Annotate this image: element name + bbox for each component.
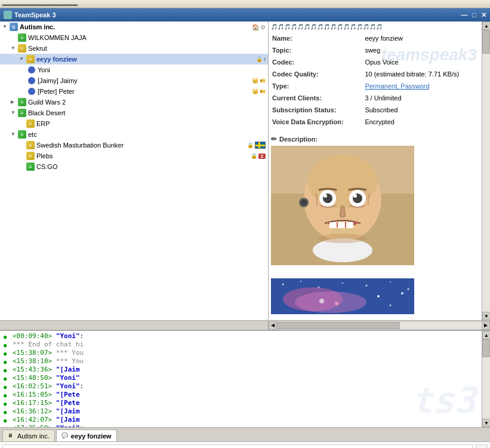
chat-user: "Yoni" xyxy=(56,332,80,340)
scroll-thumb[interactable] xyxy=(482,30,490,54)
header-icons-row: 🎵🎵🎵🎵🎵🎵🎵🎵🎵🎵🎵🎵🎵🎵🎵🎵🎵 xyxy=(271,24,479,30)
chat-input[interactable] xyxy=(2,444,473,449)
hscroll-right-arrow[interactable]: ▶ xyxy=(482,321,490,330)
expand-arrow: ▼ xyxy=(19,56,25,62)
chat-user: "[Jaim xyxy=(56,416,80,424)
svg-point-25 xyxy=(408,289,409,290)
chat-entry-6: ● <16:02:51> "Yoni": xyxy=(4,382,478,391)
chat-ts3-watermark: ts3 xyxy=(411,379,476,421)
chat-entry-1: ● *** End of chat hi xyxy=(4,340,478,349)
lock-icon: 🔒 xyxy=(246,142,254,149)
channel-badges: 🔒 2 xyxy=(250,152,266,159)
scroll-down-arrow[interactable]: ▼ xyxy=(482,312,490,320)
description-section-title: ✏ Description: xyxy=(271,135,479,143)
maximize-button[interactable]: □ xyxy=(472,11,476,19)
channel-icon: ≡ xyxy=(26,141,35,149)
chat-user: "[Pete xyxy=(56,391,80,398)
group-guildwars2[interactable]: ▶ ≡ Guild Wars 2 xyxy=(0,97,268,108)
expand-arrow: ▼ xyxy=(2,24,8,30)
group-label: etc xyxy=(28,131,266,138)
app-icon xyxy=(4,11,12,19)
chat-entry-5: ● <15:48:50> "Yoni" xyxy=(4,374,478,382)
group-blackdesert[interactable]: ▼ ≡ Black Desert xyxy=(0,108,268,118)
chat-entry-text: *** End of chat hi xyxy=(13,340,84,349)
chat-user: "Yoni" xyxy=(56,374,80,382)
user-peter[interactable]: [Peter] Peter 👑 🎫 xyxy=(0,86,268,97)
group-sekrut[interactable]: ▼ ≡ Sekrut xyxy=(0,43,268,54)
server-tree: ▼ S Autism inc. 🏠 ⚙ ≡ WILKOMMEN JAJA ▼ ≡… xyxy=(0,22,269,320)
chat-time: <15:48:50> xyxy=(13,374,52,382)
hscroll-thumb[interactable] xyxy=(277,322,400,329)
chat-entry-icon: ● xyxy=(4,416,11,424)
codec-quality-label: Codec Quality: xyxy=(272,70,363,81)
chat-entry-icon: ● xyxy=(4,383,11,390)
chat-time: <16:36:12> xyxy=(13,407,52,415)
tab-chat[interactable]: 💬 eeyy fonziew xyxy=(56,429,117,441)
bottom-image-svg xyxy=(271,278,414,314)
user-jaimy[interactable]: [Jaimy] Jaimy 👑 🎫 xyxy=(0,75,268,86)
chat-scroll-up[interactable]: ▲ xyxy=(482,331,490,339)
chat-scrollbar[interactable]: ▲ ▼ xyxy=(482,331,490,427)
right-panel-wrapper: 🎵🎵🎵🎵🎵🎵🎵🎵🎵🎵🎵🎵🎵🎵🎵🎵🎵 teamspeak3 Name: eeyy … xyxy=(269,22,490,320)
chat-entry-11: ● <17:25:59> "Yoni": xyxy=(4,424,478,427)
channel-eeyy[interactable]: ▼ ≡ eeyy fonziew 🔒 ℹ xyxy=(0,54,268,65)
top-decoration-bar: ▬▬▬▬▬▬▬▬▬▬▬▬▬▬ xyxy=(0,0,490,8)
svg-point-16 xyxy=(301,200,307,205)
type-value: Permanent, Password xyxy=(365,82,478,93)
chat-sys-msg: *** End of chat hi xyxy=(13,340,84,348)
chat-msg: : xyxy=(80,424,84,427)
info-icon: ℹ xyxy=(264,57,266,62)
pencil-icon: ✏ xyxy=(271,135,277,143)
chat-entry-2: ● <15:38:07> *** You xyxy=(4,349,478,357)
svg-point-11 xyxy=(353,194,357,198)
chat-time: <15:38:07> xyxy=(13,349,52,357)
chat-entry-7: ● <16:15:05> "[Pete xyxy=(4,391,478,399)
chat-scroll-thumb[interactable] xyxy=(482,339,490,357)
svg-point-3 xyxy=(308,155,377,208)
user-icon xyxy=(27,87,36,96)
bottom-section: ts3 ● <00:09:40> "Yoni": ● *** End of ch… xyxy=(0,330,490,448)
server-icon: S xyxy=(10,23,18,31)
server-root[interactable]: ▼ S Autism inc. 🏠 ⚙ xyxy=(0,22,268,32)
svg-point-10 xyxy=(323,194,327,198)
user-yoni[interactable]: Yoni xyxy=(0,65,268,75)
encryption-value: Encrypted xyxy=(365,118,478,129)
scroll-up-arrow[interactable]: ▲ xyxy=(482,22,490,30)
chat-time: <15:43:36> xyxy=(13,366,52,373)
chat-entry-text: <16:17:15> "[Pete xyxy=(13,399,80,407)
header-decorations: 🎵🎵🎵🎵🎵🎵🎵🎵🎵🎵🎵🎵🎵🎵🎵🎵🎵 xyxy=(271,24,383,30)
chat-entry-3: ● <15:38:10> *** You xyxy=(4,357,478,366)
group-etc[interactable]: ▼ ≡ etc xyxy=(0,129,268,140)
chat-entry-text: <16:15:05> "[Pete xyxy=(13,391,80,399)
chat-sys-msg: *** You xyxy=(56,357,84,365)
group-icon: ≡ xyxy=(18,44,26,53)
channel-swedish[interactable]: ≡ Swedish Masturbation Bunker 🔒 xyxy=(0,140,268,151)
chat-user: "Yoni" xyxy=(56,424,80,427)
chat-entry-text: <17:25:59> "Yoni": xyxy=(13,424,84,427)
close-button[interactable]: ✕ xyxy=(481,11,486,19)
subscription-value: Subscribed xyxy=(365,106,478,117)
lock-icon: 🔒 xyxy=(255,56,263,63)
svg-point-27 xyxy=(295,291,366,313)
expand-arrow: ▶ xyxy=(11,99,17,105)
channel-csgo[interactable]: ≡ CS:GO xyxy=(0,161,268,172)
minimize-button[interactable]: — xyxy=(461,11,467,19)
expand-arrow xyxy=(11,35,17,41)
svg-point-17 xyxy=(319,234,366,243)
chat-time: <16:17:15> xyxy=(13,399,52,407)
right-scrollbar[interactable]: ▲ ▼ xyxy=(482,22,490,320)
hscroll-left-arrow[interactable]: ◀ xyxy=(269,321,277,330)
tab-server[interactable]: 🖥 Autism inc. xyxy=(2,429,55,441)
channel-erp[interactable]: ≡ ERP xyxy=(0,118,268,129)
chat-time: <15:38:10> xyxy=(13,357,52,365)
type-label: Type: xyxy=(272,82,363,93)
channel-plebs[interactable]: ≡ Plebs 🔒 2 xyxy=(0,151,268,161)
chat-entry-icon: ● xyxy=(4,408,11,415)
channel-wilkommen[interactable]: ≡ WILKOMMEN JAJA xyxy=(0,32,268,43)
chat-scroll-down[interactable]: ▼ xyxy=(482,419,490,427)
description-label: Description: xyxy=(279,136,318,143)
emoji-button[interactable]: ☺ xyxy=(476,444,488,449)
chat-entry-8: ● <16:17:15> "[Pete xyxy=(4,399,478,407)
svg-rect-14 xyxy=(346,222,353,228)
channel-icon: ≡ xyxy=(26,119,35,128)
